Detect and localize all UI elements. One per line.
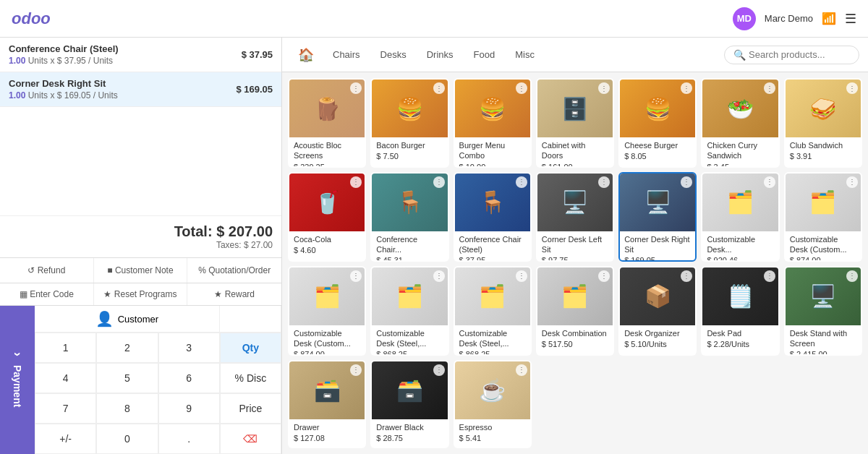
product-more-button[interactable]: ⋮	[846, 176, 858, 188]
reward-button[interactable]: ★ Reward	[187, 283, 281, 305]
product-info: Desk Pad $ 2.28/Units	[702, 325, 778, 353]
main-layout: Conference Chair (Steel) 1.00 Units x $ …	[0, 38, 868, 454]
chairs-category-button[interactable]: Chairs	[324, 43, 369, 66]
product-card[interactable]: ⋮ 🍔 Cheese Burger $ 8.05	[618, 78, 697, 168]
product-card[interactable]: ⋮ 🖥️ Desk Stand with Screen $ 2,415.00	[784, 266, 862, 356]
product-more-button[interactable]: ⋮	[598, 176, 610, 188]
product-info: Customizable Desk (Custom... $ 874.00	[289, 325, 365, 356]
product-card[interactable]: ⋮ 🪑 Conference Chair (Steel) $ 37.95	[454, 172, 532, 262]
order-item[interactable]: Corner Desk Right Sit 1.00 Units x $ 169…	[0, 72, 281, 107]
product-more-button[interactable]: ⋮	[764, 270, 775, 282]
product-card[interactable]: ⋮ 🖥️ Corner Desk Right Sit $ 169.05	[618, 172, 697, 262]
product-more-button[interactable]: ⋮	[433, 364, 445, 376]
product-info: Burger Menu Combo $ 10.00	[455, 137, 530, 168]
product-card[interactable]: ⋮ 🥤 Coca-Cola $ 4.60	[288, 172, 366, 262]
order-total: Total: $ 207.00 Taxes: $ 27.00	[0, 215, 281, 257]
product-card[interactable]: ⋮ 🗒️ Desk Pad $ 2.28/Units	[701, 266, 779, 356]
product-price: $ 169.05	[624, 256, 691, 261]
product-info: Chicken Curry Sandwich $ 3.45	[702, 137, 778, 168]
numpad: › Payment 👤 Customer 1 2 3 Qty 4 5	[0, 305, 281, 454]
misc-category-button[interactable]: Misc	[506, 43, 543, 66]
product-more-button[interactable]: ⋮	[433, 82, 445, 94]
quotation-order-button[interactable]: % Quotation/Order	[187, 258, 281, 283]
product-more-button[interactable]: ⋮	[516, 82, 527, 94]
product-card[interactable]: ⋮ 🗂️ Customizable Desk (Custom... $ 874.…	[288, 266, 366, 356]
num-0[interactable]: 0	[96, 424, 158, 454]
backspace-button[interactable]: ⌫	[220, 424, 281, 454]
product-card[interactable]: ⋮ 🗂️ Customizable Desk (Steel,... $ 868.…	[454, 266, 532, 356]
product-more-button[interactable]: ⋮	[764, 176, 775, 188]
header-right: MD Marc Demo 📶 ☰	[733, 7, 856, 30]
product-info: Bacon Burger $ 7.50	[372, 137, 447, 165]
product-card[interactable]: ⋮ 🥪 Club Sandwich $ 3.91	[784, 78, 862, 168]
search-icon: 🔍	[733, 49, 746, 61]
product-price: $ 517.50	[542, 340, 608, 348]
num-1[interactable]: 1	[35, 333, 96, 363]
product-info: Coca-Cola $ 4.60	[289, 231, 365, 259]
reset-programs-button[interactable]: ★ Reset Programs	[94, 283, 188, 305]
product-info: Desk Combination $ 517.50	[537, 325, 613, 353]
product-card[interactable]: ⋮ 🗂️ Desk Combination $ 517.50	[536, 266, 614, 356]
product-more-button[interactable]: ⋮	[516, 176, 527, 188]
product-card[interactable]: ⋮ 🖥️ Corner Desk Left Sit $ 97.75	[536, 172, 614, 262]
drinks-category-button[interactable]: Drinks	[418, 43, 462, 66]
product-card[interactable]: ⋮ 🗄️ Cabinet with Doors $ 161.00	[536, 78, 614, 168]
product-card[interactable]: ⋮ 🗃️ Drawer $ 127.08	[288, 360, 366, 448]
product-card[interactable]: ⋮ 🍔 Bacon Burger $ 7.50	[370, 78, 448, 168]
decimal-button[interactable]: .	[158, 424, 220, 454]
product-info: Customizable Desk (Custom... $ 874.00	[786, 231, 861, 262]
num-5[interactable]: 5	[96, 363, 158, 393]
product-more-button[interactable]: ⋮	[846, 270, 858, 282]
qty-button[interactable]: Qty	[220, 333, 281, 363]
order-item-name: Conference Chair (Steel)	[9, 43, 119, 54]
product-card[interactable]: ⋮ 🗂️ Customizable Desk (Steel,... $ 868.…	[370, 266, 448, 356]
product-more-button[interactable]: ⋮	[598, 270, 610, 282]
food-category-button[interactable]: Food	[465, 43, 504, 66]
numpad-grid: 👤 Customer 1 2 3 Qty 4 5 6 % Disc 7 8 9 …	[35, 306, 281, 454]
num-3[interactable]: 3	[158, 333, 220, 363]
product-card[interactable]: ⋮ 🪑 Conference Chair... $ 45.31	[370, 172, 448, 262]
disc-button[interactable]: % Disc	[220, 363, 281, 393]
search-input[interactable]	[749, 49, 850, 60]
num-4[interactable]: 4	[35, 363, 96, 393]
product-name: Desk Stand with Screen	[790, 328, 856, 349]
product-card[interactable]: ⋮ 📦 Desk Organizer $ 5.10/Units	[618, 266, 697, 356]
product-more-button[interactable]: ⋮	[846, 82, 858, 94]
product-card[interactable]: ⋮ 🗂️ Customizable Desk... $ 920.46	[701, 172, 779, 262]
product-price: $ 920.46	[707, 256, 773, 261]
desks-category-button[interactable]: Desks	[372, 43, 415, 66]
product-name: Conference Chair...	[376, 234, 443, 255]
home-category-button[interactable]: 🏠	[291, 41, 321, 69]
payment-button[interactable]: › Payment	[3, 340, 32, 419]
menu-icon[interactable]: ☰	[845, 11, 856, 27]
product-more-button[interactable]: ⋮	[433, 176, 445, 188]
customer-icon: 👤	[95, 310, 114, 327]
product-more-button[interactable]: ⋮	[350, 270, 362, 282]
product-more-button[interactable]: ⋮	[350, 364, 362, 376]
order-item[interactable]: Conference Chair (Steel) 1.00 Units x $ …	[0, 38, 281, 72]
right-panel: 🏠 Chairs Desks Drinks Food Misc 🔍 ⋮ 🪵 Ac…	[282, 38, 868, 454]
product-card[interactable]: ⋮ ☕ Espresso $ 5.41	[454, 360, 532, 448]
num-7[interactable]: 7	[35, 393, 96, 424]
num-6[interactable]: 6	[158, 363, 220, 393]
refund-button[interactable]: ↺ Refund	[0, 258, 94, 283]
product-more-button[interactable]: ⋮	[433, 270, 445, 282]
price-button[interactable]: Price	[220, 393, 281, 424]
plus-minus-button[interactable]: +/-	[35, 424, 96, 454]
enter-code-button[interactable]: ▦ Enter Code	[0, 283, 94, 305]
product-info: Club Sandwich $ 3.91	[786, 137, 861, 165]
product-more-button[interactable]: ⋮	[516, 270, 527, 282]
num-8[interactable]: 8	[96, 393, 158, 424]
logo: odoo	[12, 9, 51, 28]
product-price: $ 3.91	[790, 152, 856, 160]
product-card[interactable]: ⋮ 🗂️ Customizable Desk (Custom... $ 874.…	[784, 172, 862, 262]
product-card[interactable]: ⋮ 🪵 Acoustic Bloc Screens $ 339.25	[288, 78, 366, 168]
product-more-button[interactable]: ⋮	[516, 364, 527, 376]
product-card[interactable]: ⋮ 🗃️ Drawer Black $ 28.75	[370, 360, 448, 448]
num-9[interactable]: 9	[158, 393, 220, 424]
num-2[interactable]: 2	[96, 333, 158, 363]
product-more-button[interactable]: ⋮	[764, 82, 775, 94]
customer-note-button[interactable]: ■ Customer Note	[94, 258, 188, 283]
product-card[interactable]: ⋮ 🥗 Chicken Curry Sandwich $ 3.45	[701, 78, 779, 168]
product-card[interactable]: ⋮ 🍔 Burger Menu Combo $ 10.00	[454, 78, 532, 168]
